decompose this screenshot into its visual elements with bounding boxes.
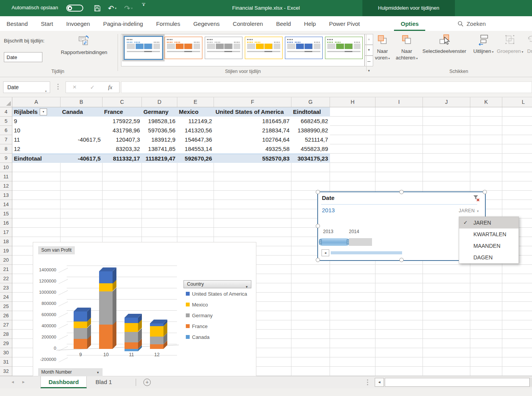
- column-header-F[interactable]: F: [214, 97, 291, 107]
- menu-item-dagen[interactable]: DAGEN: [459, 252, 519, 263]
- column-header-I[interactable]: I: [375, 97, 423, 107]
- bar-segment-france[interactable]: [150, 344, 163, 349]
- confirm-entry-icon[interactable]: ✓: [90, 84, 95, 90]
- table-cell[interactable]: 521114,7: [291, 135, 330, 144]
- bar-segment-germany[interactable]: [125, 332, 138, 342]
- table-cell[interactable]: 138741,85: [142, 144, 177, 154]
- table-cell[interactable]: [61, 126, 103, 135]
- ribbon-tab-beeld[interactable]: Beeld: [269, 16, 297, 31]
- row-header-8[interactable]: 8: [0, 144, 12, 154]
- table-cell[interactable]: 154647,36: [177, 135, 214, 144]
- ribbon-tab-invoegen[interactable]: Invoegen: [60, 16, 97, 31]
- row-header-6[interactable]: 6: [0, 126, 12, 135]
- column-header-A[interactable]: A: [12, 97, 61, 107]
- slicer-resize-handle[interactable]: [399, 258, 404, 262]
- ribbon-tab-opties[interactable]: Opties: [394, 16, 425, 31]
- bar-segment-mexico[interactable]: [99, 283, 113, 291]
- table-cell[interactable]: 12: [12, 144, 61, 154]
- tabstrip-grip[interactable]: [367, 379, 368, 381]
- table-cell[interactable]: 1388990,82: [291, 126, 330, 135]
- table-cell[interactable]: 184553,14: [177, 144, 214, 154]
- row-header-23[interactable]: 23: [0, 283, 12, 293]
- table-cell[interactable]: 49325,58: [214, 144, 291, 154]
- column-header-E[interactable]: E: [177, 97, 214, 107]
- table-cell[interactable]: -40617,5: [61, 135, 103, 144]
- table-cell[interactable]: 592670,26: [177, 154, 214, 163]
- table-cell[interactable]: 811332,17: [103, 154, 142, 163]
- row-header-30[interactable]: 30: [0, 348, 12, 357]
- arrange-button-rotate[interactable]: Dra: [520, 34, 532, 54]
- name-box-caret-icon[interactable]: ▾: [45, 86, 47, 97]
- row-header-32[interactable]: 32: [0, 367, 12, 376]
- timeline-track[interactable]: [349, 238, 372, 246]
- table-cell[interactable]: 552570,83: [214, 154, 291, 163]
- bar-segment-france[interactable]: [74, 339, 87, 349]
- column-header-H[interactable]: H: [330, 97, 375, 107]
- bar-segment-mexico[interactable]: [125, 323, 138, 332]
- bar-segment-germany[interactable]: [150, 337, 163, 344]
- value-field-button[interactable]: Som van Profit: [38, 246, 75, 254]
- row-header-20[interactable]: 20: [0, 256, 12, 265]
- arrange-button-align[interactable]: Uitlijnen ▾: [471, 34, 496, 55]
- table-cell[interactable]: 218834,74: [214, 126, 291, 135]
- column-header-B[interactable]: B: [61, 97, 103, 107]
- ribbon-tab-help[interactable]: Help: [298, 16, 323, 31]
- table-cell[interactable]: 431798,96: [103, 126, 142, 135]
- timeline-style-orange[interactable]: [165, 37, 202, 59]
- row-header-19[interactable]: 19: [0, 246, 12, 256]
- bar-segment-france[interactable]: [125, 342, 138, 349]
- sheet-tab-blad-1[interactable]: Blad 1: [83, 376, 125, 388]
- table-cell[interactable]: 455823,89: [291, 144, 330, 154]
- row-header-24[interactable]: 24: [0, 293, 12, 302]
- table-cell[interactable]: 120407,3: [103, 135, 142, 144]
- timeline-selected-range[interactable]: [319, 238, 350, 246]
- table-cell[interactable]: 1118219,47: [142, 154, 177, 163]
- bar-segment-germany[interactable]: [99, 291, 113, 325]
- slicer-resize-handle[interactable]: [316, 190, 320, 194]
- search-tab[interactable]: Zoeken: [458, 16, 486, 31]
- table-cell[interactable]: -40617,5: [61, 154, 103, 163]
- row-header-10[interactable]: 10: [0, 163, 12, 172]
- table-cell[interactable]: 597036,56: [142, 126, 177, 135]
- timeline-style-light-blue[interactable]: [125, 37, 162, 59]
- slicer-resize-handle[interactable]: [399, 190, 404, 194]
- formula-bar-grip[interactable]: [57, 84, 59, 85]
- ribbon-tab-power-pivot[interactable]: Power Pivot: [322, 16, 366, 31]
- pivot-chart[interactable]: Som van Profit -200000020000040000060000…: [33, 242, 256, 376]
- row-header-21[interactable]: 21: [0, 265, 12, 274]
- row-header-4[interactable]: 4: [0, 107, 12, 117]
- row-header-11[interactable]: 11: [0, 172, 12, 181]
- row-header-28[interactable]: 28: [0, 330, 12, 339]
- table-cell[interactable]: Rijlabels: [12, 107, 61, 117]
- timeline-scroll-left-icon[interactable]: ◄: [322, 249, 329, 256]
- legend-field-button[interactable]: Country ▼: [184, 280, 251, 288]
- table-cell[interactable]: 3034175,23: [291, 154, 330, 163]
- menu-item-jaren[interactable]: JAREN✓: [459, 217, 519, 228]
- hscroll-thumb[interactable]: [385, 378, 530, 387]
- hscroll-left-icon[interactable]: ◄: [375, 378, 384, 387]
- column-header-J[interactable]: J: [423, 97, 470, 107]
- row-header-26[interactable]: 26: [0, 311, 12, 320]
- clear-filter-icon[interactable]: [473, 195, 480, 204]
- cancel-entry-icon[interactable]: ×: [73, 83, 77, 91]
- slicer-resize-handle[interactable]: [316, 258, 320, 262]
- row-header-16[interactable]: 16: [0, 218, 12, 228]
- table-cell[interactable]: United States of America: [214, 107, 291, 117]
- select-all-corner[interactable]: [0, 97, 12, 107]
- row-header-15[interactable]: 15: [0, 209, 12, 218]
- sheet-tab-dashboard[interactable]: Dashboard: [40, 376, 87, 388]
- table-cell[interactable]: 183912,9: [142, 135, 177, 144]
- row-labels-filter-button[interactable]: ▾: [40, 108, 47, 115]
- timeline-style-gray[interactable]: [205, 37, 242, 59]
- bar-segment-mexico[interactable]: [74, 322, 87, 328]
- column-header-C[interactable]: C: [103, 97, 142, 107]
- timeline-style-green[interactable]: [325, 37, 363, 59]
- column-header-D[interactable]: D: [142, 97, 177, 107]
- sheet-nav-left-icon[interactable]: ◄: [11, 380, 15, 384]
- table-cell[interactable]: [61, 117, 103, 126]
- column-header-L[interactable]: L: [502, 97, 532, 107]
- row-header-9[interactable]: 9: [0, 154, 12, 163]
- timeline-style-blue[interactable]: [285, 37, 323, 59]
- bar-segment-united-states-of-america[interactable]: [99, 271, 113, 284]
- arrange-button-send-backward[interactable]: Naarachteren ▾: [395, 34, 419, 62]
